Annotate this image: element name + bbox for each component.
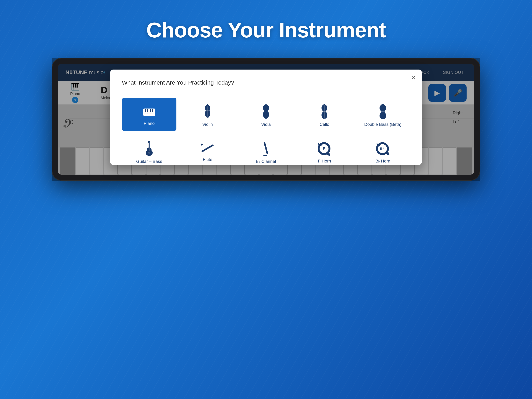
bb-horn-instrument-name: B♭ Horn bbox=[375, 159, 390, 164]
svg-point-34 bbox=[148, 152, 150, 154]
tablet-frame: NüTUNE music ® Practice My Recordings My… bbox=[52, 58, 480, 180]
svg-point-42 bbox=[201, 144, 203, 146]
instrument-grid: Piano bbox=[122, 98, 410, 165]
clarinet-icon bbox=[260, 141, 272, 156]
violin-instrument-name: Violin bbox=[202, 122, 213, 127]
cello-icon bbox=[319, 104, 330, 119]
svg-point-40 bbox=[208, 148, 209, 149]
instrument-f-horn[interactable]: F F Horn bbox=[297, 135, 352, 165]
instrument-bb-horn[interactable]: B ♭ B♭ Horn bbox=[355, 135, 410, 165]
instrument-cello[interactable]: Cello bbox=[297, 98, 352, 131]
tablet-screen: NüTUNE music ® Practice My Recordings My… bbox=[58, 64, 474, 175]
svg-rect-12 bbox=[147, 109, 149, 114]
flute-icon bbox=[200, 143, 215, 154]
instrument-bb-clarinet[interactable]: B♭ Clarinet bbox=[239, 135, 293, 165]
piano-instrument-name: Piano bbox=[144, 121, 155, 126]
svg-rect-18 bbox=[150, 109, 151, 112]
instrument-guitar-bass[interactable]: Guitar – Bass bbox=[122, 135, 177, 165]
svg-point-39 bbox=[206, 147, 207, 148]
svg-rect-15 bbox=[153, 109, 154, 114]
svg-rect-37 bbox=[201, 144, 214, 152]
svg-rect-17 bbox=[147, 109, 148, 112]
double-bass-instrument-name: Double Bass (Beta) bbox=[364, 122, 402, 127]
svg-point-45 bbox=[266, 148, 266, 149]
instrument-violin[interactable]: Violin bbox=[180, 98, 235, 131]
svg-text:♭: ♭ bbox=[383, 146, 384, 149]
double-bass-icon bbox=[378, 104, 388, 119]
violin-icon bbox=[202, 104, 213, 119]
piano-instrument-icon bbox=[142, 105, 156, 118]
viola-icon bbox=[260, 104, 272, 119]
modal-close-button[interactable]: × bbox=[412, 73, 416, 81]
instrument-modal: × What Instrument Are You Practicing Tod… bbox=[110, 70, 422, 165]
tablet-wrapper: NüTUNE music ® Practice My Recordings My… bbox=[52, 58, 480, 180]
svg-point-41 bbox=[210, 149, 211, 150]
bb-horn-icon: B ♭ bbox=[375, 141, 391, 156]
svg-text:B: B bbox=[380, 147, 382, 150]
guitar-bass-instrument-name: Guitar – Bass bbox=[136, 159, 162, 164]
svg-rect-33 bbox=[148, 141, 150, 143]
instrument-double-bass[interactable]: Double Bass (Beta) bbox=[355, 98, 410, 131]
svg-rect-25 bbox=[266, 104, 266, 105]
modal-overlay: × What Instrument Are You Practicing Tod… bbox=[58, 64, 474, 175]
instrument-flute[interactable]: Flute bbox=[180, 135, 235, 165]
instrument-piano[interactable]: Piano bbox=[122, 98, 177, 131]
svg-point-38 bbox=[204, 146, 205, 147]
cello-instrument-name: Cello bbox=[320, 122, 329, 127]
svg-rect-22 bbox=[207, 104, 208, 106]
svg-rect-32 bbox=[149, 142, 150, 150]
modal-title: What Instrument Are You Practicing Today… bbox=[122, 79, 410, 90]
svg-rect-19 bbox=[152, 109, 153, 112]
f-horn-instrument-name: F Horn bbox=[318, 159, 331, 164]
svg-rect-16 bbox=[145, 109, 146, 112]
clarinet-instrument-name: B♭ Clarinet bbox=[256, 159, 276, 164]
guitar-icon bbox=[143, 141, 155, 156]
f-horn-icon: F bbox=[317, 141, 332, 156]
instrument-viola[interactable]: Viola bbox=[239, 98, 293, 131]
svg-point-46 bbox=[265, 149, 266, 151]
svg-point-44 bbox=[266, 146, 267, 147]
viola-instrument-name: Viola bbox=[261, 122, 271, 127]
page-title: Choose Your Instrument bbox=[0, 0, 532, 58]
flute-instrument-name: Flute bbox=[203, 157, 212, 162]
svg-text:F: F bbox=[323, 147, 325, 151]
